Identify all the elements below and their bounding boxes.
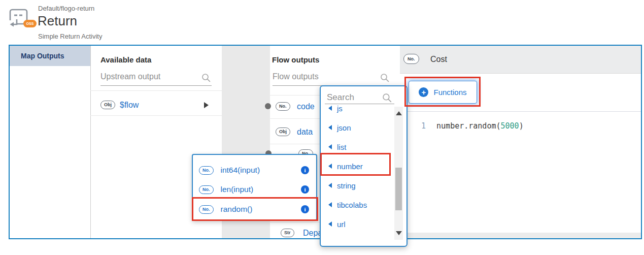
divider	[400, 111, 641, 112]
category-triangle-icon	[328, 183, 332, 188]
flow-outputs-search-input[interactable]	[273, 72, 364, 81]
search-icon	[201, 73, 211, 84]
info-icon[interactable]: i	[301, 185, 309, 194]
function-category-tibcolabs[interactable]: tibcolabs	[321, 195, 393, 214]
page-subtitle: Simple Return Activity	[38, 33, 102, 40]
function-category-list-item[interactable]: list	[321, 137, 393, 156]
function-name: random()	[221, 205, 253, 214]
category-triangle-icon	[328, 106, 332, 111]
category-triangle-icon	[328, 164, 332, 169]
function-category-json[interactable]: json	[321, 118, 393, 137]
type-badge-str: Str	[281, 229, 294, 237]
sidebar-divider	[90, 46, 91, 238]
code-text: number.random(5000)	[436, 121, 524, 131]
category-triangle-icon	[328, 144, 332, 149]
function-category-url[interactable]: url	[321, 214, 393, 234]
function-item-random[interactable]: No. random() i	[193, 200, 316, 219]
category-triangle-icon	[328, 202, 332, 207]
function-item-len[interactable]: No. len(input) i	[193, 180, 316, 199]
info-icon[interactable]: i	[301, 205, 309, 213]
editor-hscrollbar[interactable]	[400, 233, 641, 238]
scroll-down-icon[interactable]	[396, 231, 402, 235]
flow-output-label: data	[297, 128, 313, 137]
row-divider	[90, 115, 222, 116]
flow-outputs-title: Flow outputs	[272, 55, 319, 64]
breadcrumb: Default/flogo-return	[38, 5, 94, 12]
function-search-input[interactable]	[327, 92, 378, 103]
search-icon	[380, 73, 389, 84]
search-underline	[325, 104, 394, 104]
expression-editor[interactable]: 1 number.random(5000)	[421, 121, 524, 131]
type-badge-no: No.	[403, 54, 419, 64]
function-list-popup: No. int64(input) i No. len(input) i No. …	[192, 154, 317, 221]
type-badge-no: No.	[199, 166, 214, 175]
type-badge-no: No.	[276, 102, 290, 111]
mapped-indicator-dot	[265, 103, 271, 109]
flogo-mapper-screen: OSS Default/flogo-return Return Simple R…	[0, 0, 644, 255]
functions-button-label: Functions	[433, 88, 466, 97]
function-name: int64(input)	[221, 166, 260, 175]
expand-arrow-icon[interactable]	[204, 102, 209, 108]
search-icon	[382, 93, 392, 105]
function-name: len(input)	[221, 185, 254, 194]
flow-output-label: code	[297, 102, 315, 111]
selected-field-name: Cost	[430, 55, 447, 64]
type-badge-no: No.	[199, 185, 214, 194]
category-triangle-icon	[328, 125, 332, 130]
available-data-title: Available data	[100, 55, 151, 64]
function-category-js[interactable]: js	[321, 106, 393, 118]
search-underline	[100, 85, 212, 86]
row-divider	[90, 90, 222, 91]
info-icon[interactable]: i	[301, 166, 309, 174]
available-data-item-label: $flow	[120, 101, 139, 110]
oss-badge: OSS	[23, 20, 37, 27]
plus-icon: +	[419, 87, 428, 97]
type-badge-no: No.	[199, 205, 214, 214]
scroll-up-icon[interactable]	[396, 111, 402, 115]
function-category-string[interactable]: string	[321, 176, 393, 195]
divider	[400, 73, 641, 74]
page-title: Return	[38, 13, 77, 29]
type-badge-obj: Obj	[100, 101, 115, 109]
available-data-search-input[interactable]	[100, 72, 194, 81]
tab-map-outputs[interactable]: Map Outputs	[10, 46, 90, 66]
functions-button[interactable]: + Functions	[409, 81, 477, 104]
line-number: 1	[421, 121, 426, 131]
available-data-item-flow[interactable]: Obj $flow	[100, 100, 213, 111]
type-badge-obj: Obj	[276, 128, 290, 136]
function-category-number[interactable]: number	[321, 156, 393, 176]
function-item-int64[interactable]: No. int64(input) i	[193, 161, 316, 180]
scrollbar-thumb[interactable]	[395, 168, 402, 210]
function-category-list: js json list number string tibcolabs url	[321, 106, 393, 244]
category-triangle-icon	[328, 221, 332, 227]
